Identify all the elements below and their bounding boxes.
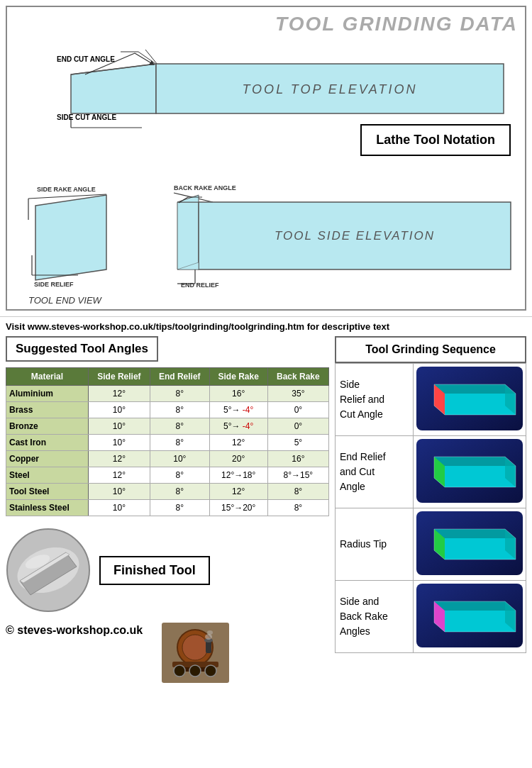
sequence-row: Side and Back Rake Angles xyxy=(336,581,526,653)
cell-back-rake: 0° xyxy=(267,402,328,418)
sequence-row: Radius Tip xyxy=(336,508,526,581)
cell-side-relief: 10° xyxy=(88,435,150,451)
cell-side-relief: 10° xyxy=(88,402,150,418)
svg-marker-56 xyxy=(434,457,516,466)
cell-side-rake: 12° xyxy=(209,484,267,500)
cell-material: Tool Steel xyxy=(6,484,89,500)
svg-text:TOOL  TOP  ELEVATION: TOOL TOP ELEVATION xyxy=(242,82,417,96)
cell-side-relief: 12° xyxy=(88,386,150,402)
cell-back-rake: 8° xyxy=(267,484,328,500)
cell-side-rake: 15°→20° xyxy=(209,500,267,516)
lower-section: Suggested Tool Angles Material Side Reli… xyxy=(6,336,526,685)
svg-marker-63 xyxy=(434,529,516,538)
left-panel: Suggested Tool Angles Material Side Reli… xyxy=(6,336,335,685)
svg-text:TOOL  SIDE  ELEVATION: TOOL SIDE ELEVATION xyxy=(275,229,435,243)
cell-back-rake: 35° xyxy=(267,386,328,402)
svg-point-43 xyxy=(205,665,216,677)
angles-table: Material Side Relief End Relief Side Rak… xyxy=(6,367,329,516)
cell-end-relief: 8° xyxy=(150,500,209,516)
sequence-step-label: Radius Tip xyxy=(336,508,414,581)
cell-material: Brass xyxy=(6,402,89,418)
table-row: Bronze10°8°5°→ -4°0° xyxy=(6,418,329,435)
svg-marker-0 xyxy=(71,64,156,113)
table-row: Steel12°8°12°→18°8°→15° xyxy=(6,467,329,484)
col-material: Material xyxy=(6,368,89,386)
cell-side-rake: 20° xyxy=(209,451,267,467)
right-panel: Tool Grinding Sequence Side Relief and C… xyxy=(335,336,526,685)
col-end-relief: End Relief xyxy=(150,368,209,386)
sequence-header: Tool Grinding Sequence xyxy=(335,336,526,363)
svg-text:TOOL END VIEW: TOOL END VIEW xyxy=(28,295,103,305)
suggested-header: Suggested Tool Angles xyxy=(6,336,158,362)
sequence-step-label: Side and Back Rake Angles xyxy=(336,581,414,653)
sequence-table: Side Relief and Cut AngleEnd Relief and … xyxy=(335,363,526,653)
cell-back-rake: 5° xyxy=(267,435,328,451)
cell-material: Aluminium xyxy=(6,386,89,402)
table-row: Stainless Steel10°8°15°→20°8° xyxy=(6,500,329,516)
side-cut-angle-label: SIDE CUT ANGLE xyxy=(57,113,116,121)
svg-marker-21 xyxy=(177,202,199,269)
sequence-step-label: End Relief and Cut Angle xyxy=(336,436,414,508)
cell-material: Copper xyxy=(6,451,89,467)
cell-material: Stainless Steel xyxy=(6,500,89,516)
cell-side-relief: 10° xyxy=(88,500,150,516)
cell-side-relief: 10° xyxy=(88,484,150,500)
sequence-step-image xyxy=(414,436,526,508)
svg-line-9 xyxy=(138,52,155,63)
svg-text:SIDE RAKE ANGLE: SIDE RAKE ANGLE xyxy=(37,186,96,193)
svg-line-4 xyxy=(145,50,157,65)
cell-material: Steel xyxy=(6,467,89,484)
notation-label: Lathe Tool Notation xyxy=(376,133,495,147)
svg-text:BACK RAKE ANGLE: BACK RAKE ANGLE xyxy=(174,184,236,191)
table-row: Copper12°10°20°16° xyxy=(6,451,329,467)
col-back-rake: Back Rake xyxy=(267,368,328,386)
svg-text:END RELIEF: END RELIEF xyxy=(181,282,219,289)
col-side-rake: Side Rake xyxy=(209,368,267,386)
cell-back-rake: 8° xyxy=(267,500,328,516)
col-side-relief: Side Relief xyxy=(88,368,150,386)
steam-engine-image xyxy=(162,623,329,685)
finished-tool-image xyxy=(6,528,91,613)
finished-tool-label: Finished Tool xyxy=(99,556,210,585)
cell-end-relief: 8° xyxy=(150,402,209,418)
cell-side-rake: 12° xyxy=(209,435,267,451)
cell-side-rake: 16° xyxy=(209,386,267,402)
finished-tool-area: Finished Tool xyxy=(6,528,329,613)
cell-material: Bronze xyxy=(6,418,89,435)
cell-side-relief: 12° xyxy=(88,451,150,467)
top-diagram-section: TOOL GRINDING DATA END CUT ANGLE TOOL TO… xyxy=(6,6,526,311)
cell-side-rake: 5°→ -4° xyxy=(209,402,267,418)
cell-side-relief: 10° xyxy=(88,418,150,435)
sequence-step-image xyxy=(414,581,526,653)
svg-text:SIDE RELIEF: SIDE RELIEF xyxy=(34,281,74,288)
sequence-row: Side Relief and Cut Angle xyxy=(336,364,526,436)
notation-box: Lathe Tool Notation xyxy=(360,124,511,156)
cell-side-rake: 12°→18° xyxy=(209,467,267,484)
bottom-diagrams: SIDE RAKE ANGLE SIDE RELIEF TOOL END VIE… xyxy=(14,163,518,305)
table-row: Brass10°8°5°→ -4°0° xyxy=(6,402,329,418)
cell-back-rake: 16° xyxy=(267,451,328,467)
visit-line: Visit www.steves-workshop.co.uk/tips/too… xyxy=(0,316,532,336)
visit-text: Visit www.steves-workshop.co.uk/tips/too… xyxy=(6,321,389,332)
svg-marker-11 xyxy=(35,195,106,280)
cell-back-rake: 0° xyxy=(267,418,328,435)
page-title: TOOL GRINDING DATA xyxy=(275,13,518,35)
cell-end-relief: 8° xyxy=(150,484,209,500)
cell-back-rake: 8°→15° xyxy=(267,467,328,484)
sequence-row: End Relief and Cut Angle xyxy=(336,436,526,508)
cell-end-relief: 8° xyxy=(150,386,209,402)
sequence-step-image xyxy=(414,508,526,581)
table-row: Aluminium12°8°16°35° xyxy=(6,386,329,402)
svg-marker-49 xyxy=(434,384,516,394)
cell-side-rake: 5°→ -4° xyxy=(209,418,267,435)
svg-point-46 xyxy=(205,634,212,640)
cell-end-relief: 8° xyxy=(150,467,209,484)
sequence-step-image xyxy=(414,364,526,436)
svg-point-47 xyxy=(207,630,213,635)
cell-side-relief: 12° xyxy=(88,467,150,484)
table-row: Tool Steel10°8°12°8° xyxy=(6,484,329,500)
svg-point-42 xyxy=(189,665,201,677)
table-row: Cast Iron10°8°12°5° xyxy=(6,435,329,451)
sequence-step-label: Side Relief and Cut Angle xyxy=(336,364,414,436)
cell-material: Cast Iron xyxy=(6,435,89,451)
